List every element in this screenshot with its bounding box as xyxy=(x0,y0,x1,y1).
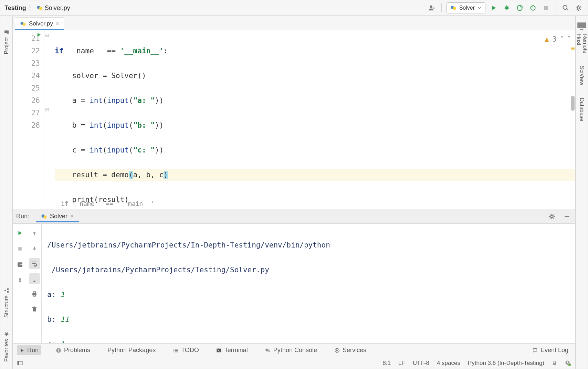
gear-icon[interactable] xyxy=(574,3,584,13)
ide-status-icon[interactable] xyxy=(565,360,571,366)
terminal-icon xyxy=(216,348,222,353)
code-editor[interactable]: 21 22 23 24 25 26 27 28 ⊟ ⊟ if __name__ … xyxy=(13,30,575,198)
code-area[interactable]: if __name__ == '__main__': solver = Solv… xyxy=(53,30,575,198)
inspection-count: 3 xyxy=(552,33,557,45)
structure-tool-button[interactable]: Structure xyxy=(3,288,10,318)
layout-button[interactable] xyxy=(15,260,25,270)
svg-point-14 xyxy=(563,6,567,10)
status-bar: 8:1 LF UTF-8 4 spaces Python 3.6 (In-Dep… xyxy=(13,357,575,369)
svg-rect-45 xyxy=(175,351,178,352)
profile-button[interactable] xyxy=(528,3,538,13)
breadcrumb-project[interactable]: Testing xyxy=(4,4,26,12)
python-file-icon xyxy=(36,5,43,11)
database-tool-button[interactable]: Database xyxy=(579,96,585,122)
python-interpreter[interactable]: Python 3.6 (In-Depth-Testing) xyxy=(468,360,544,367)
run-header-label: Run: xyxy=(16,213,29,220)
svg-rect-18 xyxy=(7,288,9,290)
next-highlight-icon[interactable]: ˅ xyxy=(567,33,571,45)
soft-wrap-button[interactable] xyxy=(29,258,40,269)
run-config-label: Solver xyxy=(459,5,475,11)
scrollbar-thumb[interactable] xyxy=(571,96,575,111)
bottom-tool-strip: Run Problems Python Packages TODO Termin… xyxy=(13,343,575,357)
line-separator[interactable]: LF xyxy=(398,360,405,367)
todo-tool-button[interactable]: TODO xyxy=(170,345,202,355)
prev-highlight-icon[interactable]: ˄ xyxy=(560,33,564,45)
svg-rect-36 xyxy=(33,307,35,307)
warning-circle-icon xyxy=(56,348,61,353)
python-console-tool-button[interactable]: Python Console xyxy=(262,345,320,355)
debug-button[interactable] xyxy=(502,3,512,13)
fold-gutter: ⊟ ⊟ xyxy=(44,30,53,198)
line-numbers: 21 22 23 24 25 26 27 28 xyxy=(13,30,44,198)
separator xyxy=(441,3,442,12)
search-icon[interactable] xyxy=(561,3,570,13)
python-icon xyxy=(41,213,47,220)
svg-rect-39 xyxy=(58,351,59,351)
svg-rect-38 xyxy=(58,349,59,351)
close-icon[interactable]: × xyxy=(56,21,59,27)
sciview-tool-button[interactable]: SciView xyxy=(579,64,585,85)
chevron-right-icon: 〉 xyxy=(28,4,34,12)
run-configuration-selector[interactable]: Solver xyxy=(447,2,485,13)
separator xyxy=(556,3,556,12)
svg-rect-29 xyxy=(20,265,22,267)
svg-rect-28 xyxy=(20,262,22,264)
trash-button[interactable] xyxy=(29,304,40,315)
svg-rect-26 xyxy=(18,247,21,250)
indent-settings[interactable]: 4 spaces xyxy=(437,360,460,367)
scroll-to-end-button[interactable] xyxy=(29,273,40,284)
list-icon xyxy=(173,348,178,353)
svg-line-9 xyxy=(504,9,505,9)
inspection-widget[interactable]: ▲ 3 ˄ ˅ xyxy=(545,33,571,45)
close-icon[interactable]: × xyxy=(70,213,74,220)
problems-tool-button[interactable]: Problems xyxy=(53,345,93,355)
print-button[interactable] xyxy=(29,288,40,299)
stop-button xyxy=(15,244,25,254)
svg-rect-42 xyxy=(174,350,174,351)
run-gutter-icon[interactable] xyxy=(36,32,42,38)
top-toolbar: Testing 〉 Solver.py Solver xyxy=(0,0,588,16)
remote-host-tool-button[interactable]: Remote Host xyxy=(575,19,588,53)
rerun-button[interactable] xyxy=(15,228,25,238)
fold-end-icon[interactable]: ⊟ xyxy=(45,107,49,112)
error-stripe-marker[interactable] xyxy=(571,48,575,50)
services-icon xyxy=(334,348,340,353)
python-icon xyxy=(265,348,271,353)
svg-line-7 xyxy=(504,7,505,8)
svg-point-49 xyxy=(267,349,270,352)
terminal-tool-button[interactable]: Terminal xyxy=(213,345,251,355)
services-tool-button[interactable]: Services xyxy=(332,345,369,355)
run-tool-button[interactable]: Run xyxy=(17,345,41,355)
favorites-tool-button[interactable]: Favorites xyxy=(3,331,10,362)
svg-rect-32 xyxy=(33,292,35,293)
event-log-tool-button[interactable]: Event Log xyxy=(529,345,571,355)
svg-rect-43 xyxy=(175,350,178,351)
run-tab[interactable]: Solver × xyxy=(36,211,79,222)
star-icon xyxy=(4,331,9,337)
packages-tool-button[interactable]: Python Packages xyxy=(105,345,158,355)
svg-line-15 xyxy=(567,9,568,11)
svg-rect-52 xyxy=(18,361,19,365)
svg-rect-17 xyxy=(7,291,9,293)
lock-icon[interactable] xyxy=(552,360,557,366)
svg-point-21 xyxy=(23,23,26,26)
breadcrumb-file[interactable]: Solver.py xyxy=(45,4,70,12)
down-icon[interactable] xyxy=(29,243,40,254)
coverage-button[interactable] xyxy=(515,3,525,13)
svg-line-8 xyxy=(508,7,509,8)
user-dropdown-icon[interactable] xyxy=(427,3,437,13)
tool-windows-icon[interactable] xyxy=(17,360,23,366)
svg-point-55 xyxy=(568,363,571,366)
file-encoding[interactable]: UTF-8 xyxy=(413,360,429,367)
up-icon[interactable] xyxy=(29,228,40,239)
fold-start-icon[interactable]: ⊟ xyxy=(45,32,49,38)
svg-rect-13 xyxy=(544,6,548,10)
svg-rect-46 xyxy=(217,348,221,352)
caret-position[interactable]: 8:1 xyxy=(382,360,391,367)
pin-button[interactable] xyxy=(15,275,25,286)
run-button[interactable] xyxy=(489,3,498,13)
svg-rect-56 xyxy=(577,22,586,28)
editor-tab[interactable]: Solver.py × xyxy=(15,17,64,30)
project-tool-button[interactable]: Project xyxy=(3,30,10,54)
svg-rect-41 xyxy=(175,349,178,349)
